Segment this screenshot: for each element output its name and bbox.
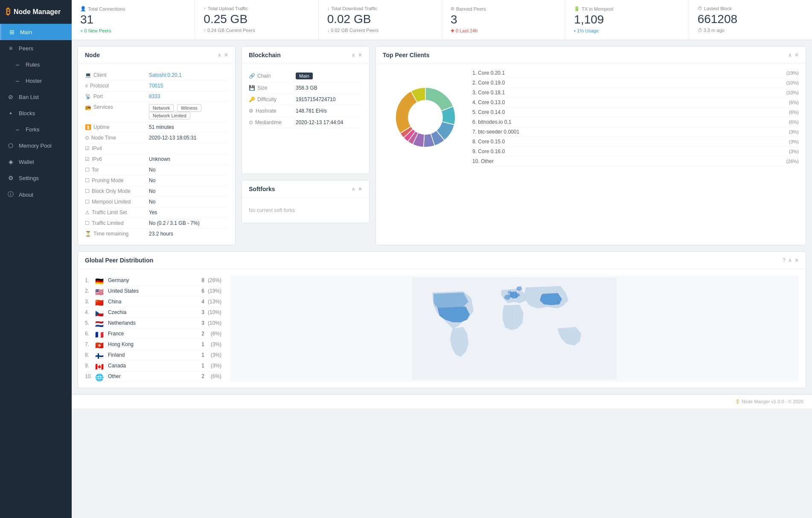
flag-us: 🇺🇸	[95, 288, 105, 294]
cards-row: Node ∧ ✕ 💻 Client Satoshi:0.20.1 ≡ Proto…	[72, 40, 812, 251]
node-close-btn[interactable]: ✕	[224, 52, 228, 58]
sidebar-item-main[interactable]: ⊞ Main	[0, 24, 72, 40]
country-list: 1. 🇩🇪 Germany 8 (26%) 2. 🇺🇸 United State…	[85, 275, 221, 382]
node-client-label: 💻 Client	[85, 72, 149, 78]
node-tor-label: ☐ Tor	[85, 167, 149, 173]
sidebar-label-hoster: Hoster	[26, 78, 42, 84]
peer-rank-6: 6. bitnodes.io 0.1	[472, 119, 511, 125]
stat-connections-value: 31	[80, 13, 186, 26]
blockchain-card-title: Blockchain	[249, 52, 281, 58]
sidebar-label-about: About	[19, 192, 33, 198]
blocks-icon: ▪	[7, 110, 15, 116]
node-pruning-row: ☐ Pruning Mode No	[85, 175, 228, 186]
peers-icon: ≡	[7, 45, 15, 52]
node-services-value: Network Witness Network Limited	[149, 104, 228, 119]
peer-rank-3: 3. Core 0.18.1	[472, 90, 505, 96]
blockchain-card-body: 🔗 Chain Main 💾 Size 358.3 GB 🔑 Difficult…	[242, 64, 369, 134]
timeremaining-icon: ⏳	[85, 231, 91, 237]
banned-icon: ⊘	[451, 6, 454, 12]
peer-pct-5: (6%)	[789, 110, 799, 115]
chain-badge: Main	[296, 73, 313, 79]
sidebar-item-wallet[interactable]: ◈ Wallet	[0, 154, 72, 170]
peer-row-2: 2. Core 0.19.0 (10%)	[472, 78, 799, 88]
badge-witness: Witness	[177, 104, 201, 112]
peer-row-1: 1. Core 0.20.1 (19%)	[472, 68, 799, 78]
donut-chart	[383, 75, 468, 160]
node-protocol-value: 70015	[149, 83, 228, 89]
main-content: 👤 Total Connections 31 + 0 New Peers ↑ T…	[72, 0, 812, 518]
sidebar-label-main: Main	[20, 29, 32, 35]
node-mempoollimited-value: No	[149, 199, 228, 205]
bitcoin-icon: ₿	[6, 7, 10, 17]
global-card-header: Global Peer Distribution ? ∧ ✕	[78, 252, 806, 269]
sidebar-item-hoster[interactable]: – Hoster	[0, 73, 72, 89]
node-timeremaining-row: ⏳ Time remaining 23.2 hours	[85, 229, 228, 239]
node-ipv4-label: ☑ IPv4	[85, 146, 149, 151]
sidebar-item-peers[interactable]: ≡ Peers	[0, 40, 72, 56]
sidebar-item-forks[interactable]: – Forks	[0, 121, 72, 137]
sidebar-item-banlist[interactable]: ⊘ Ban List	[0, 89, 72, 105]
top-peers-collapse-btn[interactable]: ∧	[788, 52, 792, 58]
blockchain-close-btn[interactable]: ✕	[358, 52, 362, 58]
footer-label: Node Manger v1.0.0 - © 2020	[742, 399, 803, 404]
blockchain-collapse-btn[interactable]: ∧	[352, 52, 355, 58]
softforks-card-controls: ∧ ✕	[352, 186, 362, 192]
sidebar-item-mempool[interactable]: ⬡ Memory Pool	[0, 137, 72, 154]
stat-mempool-sub: ▪ 1% Usage	[574, 28, 680, 33]
node-trafficlimited-value: No (0.2 / 3.1 GB - 7%)	[149, 220, 228, 226]
peer-pct-2: (10%)	[786, 80, 799, 85]
stat-download: ↓ Total Download Traffic 0.02 GB ↓ 0.02 …	[319, 0, 442, 40]
top-peers-title: Top Peer Clients	[383, 52, 429, 58]
node-mempoollimited-label: ☐ Mempool Limited	[85, 199, 149, 205]
blockchain-card-controls: ∧ ✕	[352, 52, 362, 58]
node-uptime-value: 51 minutes	[149, 124, 228, 130]
flag-fr: 🇫🇷	[95, 331, 105, 337]
node-services-label: 📻 Services	[85, 104, 149, 110]
stat-connections: 👤 Total Connections 31 + 0 New Peers	[72, 0, 195, 40]
ipv6-icon: ☑	[85, 156, 90, 162]
bc-difficulty-row: 🔑 Difficulty 19157154724710	[249, 94, 362, 105]
settings-icon: ⚙	[7, 175, 15, 181]
global-help-btn[interactable]: ?	[783, 257, 786, 263]
top-peers-close-btn[interactable]: ✕	[795, 52, 799, 58]
stat-lastblock: ⏱ Lastest Block 661208 ⏱ 3.3 m ago	[689, 0, 812, 40]
softforks-card: Softforks ∧ ✕ No current soft forks	[242, 180, 370, 223]
global-collapse-btn[interactable]: ∧	[788, 257, 792, 263]
softforks-close-btn[interactable]: ✕	[358, 186, 362, 192]
node-timeremaining-value: 23.2 hours	[149, 231, 228, 237]
sidebar-item-blocks[interactable]: ▪ Blocks	[0, 105, 72, 121]
stat-connections-sub: + 0 New Peers	[80, 28, 186, 33]
bc-hashrate-value: 148.781 EH/s	[296, 108, 327, 114]
bc-hashrate-row: ⚙ Hashrate 148.781 EH/s	[249, 105, 362, 117]
download-icon: ↓	[327, 6, 330, 11]
sidebar-item-about[interactable]: ⓘ About	[0, 186, 72, 203]
node-timeremaining-label: ⏳ Time remaining	[85, 231, 149, 237]
flag-hk: 🇭🇰	[95, 341, 105, 347]
bc-hashrate-label: ⚙ Hashrate	[249, 108, 296, 114]
global-card-title: Global Peer Distribution	[85, 257, 153, 264]
sidebar-item-rules[interactable]: – Rules	[0, 56, 72, 73]
peer-row-9: 9. Core 0.16.0 (3%)	[472, 147, 799, 157]
peer-row-8: 8. Core 0.15.0 (3%)	[472, 137, 799, 147]
connections-icon: 👤	[80, 6, 86, 12]
peer-rank-5: 5. Core 0.14.0	[472, 109, 505, 115]
node-services-row: 📻 Services Network Witness Network Limit…	[85, 102, 228, 122]
softforks-collapse-btn[interactable]: ∧	[352, 186, 355, 192]
node-port-row: 📡 Port 8333	[85, 91, 228, 102]
peer-row-10: 10. Other (26%)	[472, 157, 799, 166]
global-card: Global Peer Distribution ? ∧ ✕ 1. 🇩🇪 Ger…	[78, 251, 806, 388]
hashrate-icon: ⚙	[249, 108, 253, 114]
global-card-controls: ? ∧ ✕	[783, 257, 799, 263]
peer-rank-8: 8. Core 0.15.0	[472, 139, 505, 145]
sidebar-item-settings[interactable]: ⚙ Settings	[0, 170, 72, 186]
node-collapse-btn[interactable]: ∧	[218, 52, 221, 58]
sidebar-label-settings: Settings	[19, 175, 39, 181]
protocol-icon: ≡	[85, 83, 88, 89]
softforks-card-header: Softforks ∧ ✕	[242, 180, 369, 198]
bc-mediantime-label: ⊙ Mediantime	[249, 119, 296, 125]
bc-size-label: 💾 Size	[249, 85, 296, 91]
blockchain-card: Blockchain ∧ ✕ 🔗 Chain Main 💾 Size 358.3…	[242, 46, 370, 174]
node-uptime-row: ⏫ Uptime 51 minutes	[85, 122, 228, 133]
global-close-btn[interactable]: ✕	[795, 257, 799, 263]
node-blockonly-label: ☐ Block Only Mode	[85, 188, 149, 194]
